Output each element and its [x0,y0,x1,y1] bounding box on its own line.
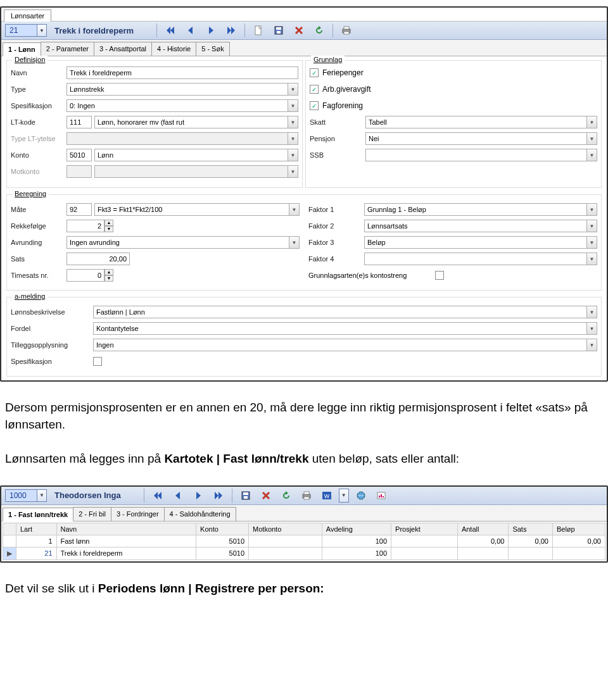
report-button[interactable] [373,489,390,503]
pensjon-input[interactable] [365,132,587,145]
sats-input[interactable] [66,253,130,265]
id-input[interactable]: 1000 [5,489,37,502]
chevron-down-icon[interactable]: ▼ [288,116,298,128]
tab-fastlonn[interactable]: 1 - Fast lønn/trekk [3,508,73,522]
cell-lart[interactable]: 21 [16,547,57,559]
th-antall[interactable]: Antall [457,523,509,535]
chevron-down-icon[interactable]: ▼ [587,203,597,216]
cell-navn[interactable]: Trekk i foreldreperm [56,547,196,559]
ltkode-code-input[interactable] [66,116,92,128]
cell-navn[interactable]: Fast lønn [56,535,196,547]
timesats-spinner[interactable]: ▲▼ [104,269,113,282]
refresh-button[interactable] [278,489,294,503]
chevron-down-icon[interactable]: ▼ [587,116,597,128]
delete-button[interactable] [291,23,307,37]
cell-avdeling[interactable]: 100 [322,535,391,547]
cell-prosjekt[interactable] [391,547,458,559]
chevron-down-icon[interactable]: ▼ [288,149,298,161]
save-button[interactable] [270,23,287,37]
chevron-down-icon[interactable]: ▼ [288,99,298,112]
down-icon[interactable]: ▼ [104,275,113,282]
navn-input[interactable] [66,66,298,79]
spes-checkbox[interactable] [93,357,102,366]
chevron-down-icon[interactable]: ▼ [587,339,597,351]
chevron-down-icon[interactable]: ▼ [339,489,349,503]
kontostreng-checkbox[interactable] [435,271,444,280]
feriepenger-checkbox[interactable] [310,68,319,77]
prev-button[interactable] [170,489,186,503]
up-icon[interactable]: ▲ [104,220,113,226]
lonnsbesk-input[interactable] [93,306,587,318]
th-belop[interactable]: Beløp [552,523,605,535]
cell-belop[interactable] [552,547,605,559]
rekke-input[interactable] [66,220,104,232]
first-button[interactable] [149,489,166,503]
delete-button[interactable] [258,489,274,503]
mate-input[interactable] [94,203,289,216]
next-button[interactable] [203,23,219,37]
faktor2-input[interactable] [364,220,587,232]
fastlonn-grid[interactable]: Lart Navn Konto Motkonto Avdeling Prosje… [3,523,605,560]
window-tab-lonnsarter[interactable]: Lønnsarter [4,9,51,22]
cell-antall[interactable]: 0,00 [457,535,509,547]
th-lart[interactable]: Lart [16,523,57,535]
spesifikasjon-input[interactable] [66,99,288,112]
refresh-button[interactable] [311,23,327,37]
cell-prosjekt[interactable] [391,535,458,547]
faktor1-input[interactable] [364,203,587,216]
tillegg-input[interactable] [93,339,587,351]
th-avdeling[interactable]: Avdeling [322,523,391,535]
type-input[interactable] [66,83,288,96]
th-navn[interactable]: Navn [56,523,196,535]
tab-lonn[interactable]: 1 - Lønn [3,42,41,56]
id-combo[interactable]: 1000 ▼ [5,489,47,502]
first-button[interactable] [162,23,179,37]
konto-code-input[interactable] [66,149,92,161]
chevron-down-icon[interactable]: ▼ [289,203,300,216]
down-icon[interactable]: ▼ [104,226,113,232]
chevron-down-icon[interactable]: ▼ [587,149,597,161]
tab-ansattportal[interactable]: 3 - Ansattportal [94,42,152,56]
cell-sats[interactable] [509,547,553,559]
chevron-down-icon[interactable]: ▼ [587,132,597,145]
cell-antall[interactable] [457,547,509,559]
table-row[interactable]: ▶ 21 Trekk i foreldreperm 5010 100 [3,547,605,559]
chevron-down-icon[interactable]: ▼ [288,83,298,96]
faktor4-input[interactable] [364,253,587,265]
tab-historie[interactable]: 4 - Historie [151,42,196,56]
faktor3-input[interactable] [364,236,587,249]
cell-motkonto[interactable] [249,547,322,559]
fordel-input[interactable] [93,322,587,335]
ssb-input[interactable] [365,149,587,161]
cell-avdeling[interactable]: 100 [322,547,391,559]
new-button[interactable] [250,23,267,37]
chevron-down-icon[interactable]: ▼ [289,236,300,249]
cell-konto[interactable]: 5010 [196,547,249,559]
print-button[interactable] [298,489,315,503]
tab-saldo[interactable]: 4 - Saldohåndtering [164,507,236,521]
cell-sats[interactable]: 0,00 [509,535,553,547]
table-row[interactable]: 1 Fast lønn 5010 100 0,00 0,00 0,00 [3,535,605,547]
arbgiver-checkbox[interactable] [310,85,319,94]
up-icon[interactable]: ▲ [104,269,113,275]
tab-fordringer[interactable]: 3 - Fordringer [111,507,165,521]
id-input[interactable]: 21 [5,24,37,37]
last-button[interactable] [223,23,239,37]
cell-lart[interactable]: 1 [16,535,57,547]
chevron-down-icon[interactable]: ▼ [37,489,47,502]
tab-sok[interactable]: 5 - Søk [196,42,229,56]
chevron-down-icon[interactable]: ▼ [587,236,597,249]
th-motkonto[interactable]: Motkonto [249,523,322,535]
konto-input[interactable] [94,149,288,161]
th-konto[interactable]: Konto [196,523,249,535]
word-button[interactable]: W [319,489,335,503]
print-button[interactable] [338,23,355,37]
fagforening-checkbox[interactable] [310,101,319,110]
rekke-spinner[interactable]: ▲▼ [104,220,113,232]
cell-motkonto[interactable] [249,535,322,547]
timesats-input[interactable] [66,269,104,282]
mate-code-input[interactable] [66,203,92,216]
help-button[interactable] [353,489,369,503]
skatt-input[interactable] [365,116,587,128]
th-sats[interactable]: Sats [509,523,553,535]
